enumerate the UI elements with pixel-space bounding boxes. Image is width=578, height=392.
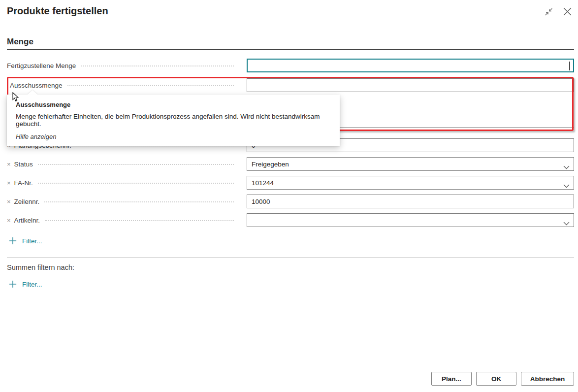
totals-section-title: Summen filtern nach: (7, 263, 74, 271)
field-row-fertigzustellene-menge: Fertigzustellene Menge (7, 59, 574, 72)
field-label: Ausschussmenge (10, 82, 63, 89)
ok-button[interactable]: OK (476, 372, 516, 386)
filter-label: FA-Nr. (14, 179, 33, 187)
filter-row-fa-nr: × FA-Nr. 101244 (7, 176, 574, 190)
line-no-input[interactable]: 10000 (247, 195, 574, 208)
add-totals-filter-link[interactable]: Filter... (9, 280, 42, 288)
field-label: Fertigzustellene Menge (7, 62, 76, 69)
chevron-down-icon[interactable] (563, 181, 570, 190)
item-no-select[interactable] (247, 213, 574, 227)
dialog-footer: Plan... OK Abbrechen (431, 372, 574, 386)
filter-label: Artikelnr. (14, 217, 40, 224)
quantity-to-finish-input[interactable] (247, 59, 574, 72)
field-row-ausschussmenge: Ausschussmenge (7, 78, 574, 92)
remove-filter-icon[interactable]: × (7, 198, 11, 205)
show-help-link[interactable]: Hilfe anzeigen (16, 133, 56, 140)
text-caret (569, 62, 570, 70)
collapse-icon[interactable] (544, 6, 553, 16)
section-divider (7, 49, 574, 50)
chevron-down-icon[interactable] (563, 219, 570, 228)
close-icon[interactable] (562, 6, 572, 16)
page-title: Produkte fertigstellen (7, 5, 108, 17)
totals-divider (7, 257, 574, 258)
tooltip-caret (28, 90, 37, 95)
remove-filter-icon[interactable]: × (7, 179, 11, 187)
tooltip-body: Menge fehlerhafter Einheiten, die beim P… (16, 113, 332, 128)
remove-filter-icon[interactable]: × (7, 217, 11, 224)
section-title-menge: Menge (7, 37, 33, 47)
cancel-button[interactable]: Abbrechen (521, 372, 574, 386)
remove-filter-icon[interactable]: × (7, 161, 11, 168)
filter-row-artikelnr: × Artikelnr. (7, 213, 574, 227)
dotted-leader (38, 164, 234, 165)
dotted-leader (81, 65, 234, 66)
add-filter-link[interactable]: Filter... (9, 237, 42, 245)
field-tooltip: Ausschussmenge Menge fehlerhafter Einhei… (7, 95, 340, 146)
window-controls (544, 6, 572, 16)
status-select[interactable]: Freigegeben (247, 157, 574, 171)
tooltip-title: Ausschussmenge (16, 101, 332, 108)
filter-label: Status (14, 161, 33, 168)
add-filter-label: Filter... (22, 237, 42, 245)
filter-row-status: × Status Freigegeben (7, 157, 574, 171)
production-order-no-select[interactable]: 101244 (247, 176, 574, 190)
plus-icon (9, 237, 17, 245)
dotted-leader (45, 220, 234, 221)
chevron-down-icon[interactable] (563, 163, 570, 171)
finish-products-dialog: Produkte fertigstellen Menge (0, 0, 578, 392)
plan-button[interactable]: Plan... (431, 372, 472, 386)
dotted-leader (44, 201, 234, 202)
filter-row-zeilennr: × Zeilennr. 10000 (7, 195, 574, 208)
plus-icon (9, 280, 17, 288)
scrap-quantity-input[interactable] (247, 78, 574, 92)
dotted-leader (67, 85, 234, 86)
add-filter-label: Filter... (22, 281, 42, 288)
filter-label: Zeilennr. (14, 198, 40, 205)
dotted-leader (38, 183, 234, 184)
